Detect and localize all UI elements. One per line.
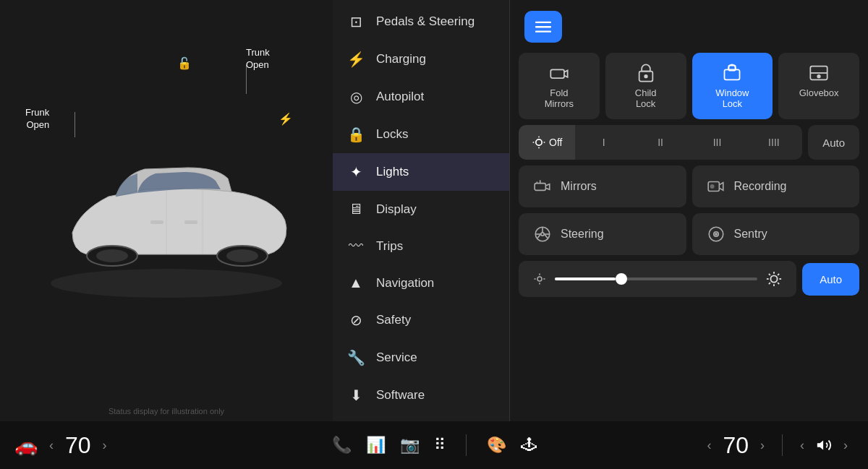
fan-speed3-label: III [713,137,722,148]
taskbar-center: 📞 📊 📷 ⠿ 🎨 🕹 [294,434,574,456]
fold-mirrors-label: Fold Mirrors [545,87,574,109]
taskbar-divider [466,434,467,456]
taskbar-right: ‹ 70 › ‹ › [574,432,854,459]
brightness-min-icon [533,272,546,285]
svg-line-60 [769,274,770,275]
speed-left-next-btn[interactable]: › [97,435,113,456]
fan-speed1-btn[interactable]: I [575,125,631,160]
trips-icon: 〰 [347,238,365,254]
sentry-label: Sentry [734,228,767,241]
brightness-track[interactable] [555,277,757,280]
sidebar-item-charging[interactable]: ⚡ Charging [333,40,509,78]
sidebar-label-charging: Charging [376,52,426,66]
sidebar-label-safety: Safety [376,313,411,327]
svg-point-50 [537,277,542,281]
fan-row: Off I II III IIII Auto [519,125,859,160]
svg-line-43 [537,235,540,238]
speed-right-prev-btn[interactable]: ‹ [701,435,717,456]
svg-rect-25 [725,69,740,79]
safety-icon: ⊘ [347,311,365,329]
fold-mirrors-btn[interactable]: Fold Mirrors [519,53,600,119]
svg-line-61 [778,283,779,284]
quick-controls-grid: Mirrors Recording Steering Sentry [519,165,859,255]
locks-icon: 🔒 [347,126,365,143]
lock-icon: 🔓 [177,56,192,70]
sidebar-item-locks[interactable]: 🔒 Locks [333,116,509,153]
window-row: Fold Mirrors Child Lock Window Lock Glov… [519,53,859,119]
sidebar-item-pedals[interactable]: ⊡ Pedals & Steering [333,3,509,40]
phone-icon[interactable]: 📞 [332,436,352,455]
speed-left-prev-btn[interactable]: ‹ [43,435,59,456]
speed-right-next-btn[interactable]: › [754,435,770,456]
speed-left-display: 70 [65,432,91,459]
sidebar-item-lights[interactable]: ✦ Lights [333,153,509,191]
volume-next-btn[interactable]: › [838,435,854,456]
trunk-label: Trunk Open [246,47,270,72]
svg-point-49 [715,233,716,235]
frunk-line [75,112,75,137]
svg-point-30 [536,139,542,145]
window-lock-label: Window Lock [715,87,749,109]
car-image: ⚡ [29,117,304,305]
media-icon[interactable]: 🎨 [487,436,506,455]
sidebar-item-navigation[interactable]: ▲ Navigation [333,264,509,301]
taskbar: 🚗 ‹ 70 › 📞 📊 📷 ⠿ 🎨 🕹 ‹ 70 › ‹ › [0,421,868,469]
navigation-icon: ▲ [347,275,365,291]
sidebar-item-trips[interactable]: 〰 Trips [333,228,509,264]
games-icon[interactable]: 🕹 [521,436,537,455]
energy-icon[interactable]: 📊 [366,436,386,455]
sidebar-item-software[interactable]: ⬇ Software [333,377,509,414]
svg-rect-21 [535,30,551,32]
glovebox-label: Glovebox [799,87,839,98]
brightness-max-icon [766,271,782,287]
svg-rect-35 [535,184,545,191]
mirrors-btn[interactable]: Mirrors [519,165,686,207]
child-lock-btn[interactable]: Child Lock [605,53,686,119]
software-icon: ⬇ [347,387,365,404]
recording-btn[interactable]: Recording [692,165,860,207]
sidebar-label-service: Service [376,350,417,365]
pedals-icon: ⊡ [347,13,365,30]
charging-indicator: ⚡ [278,112,293,126]
svg-line-63 [778,274,779,275]
sidebar-item-display[interactable]: 🖥 Display [333,191,509,228]
auto-brightness-label: Auto [820,273,842,285]
fan-speed2-label: II [658,137,663,148]
lights-menu-btn[interactable] [524,11,562,43]
car-area: ⚡ Frunk Open Trunk Open 🔓 ⚡ Status displ… [0,0,333,421]
sidebar-label-navigation: Navigation [376,276,434,291]
sidebar-item-autopilot[interactable]: ◎ Autopilot [333,78,509,116]
svg-line-62 [769,283,770,284]
volume-prev-btn[interactable]: ‹ [794,435,810,456]
sidebar-item-safety[interactable]: ⊘ Safety [333,301,509,339]
fan-speed2-btn[interactable]: II [632,125,689,160]
sidebar-item-service[interactable]: 🔧 Service [333,339,509,377]
apps-icon[interactable]: ⠿ [434,436,446,455]
fan-speed3-btn[interactable]: III [689,125,745,160]
display-icon: 🖥 [347,201,365,218]
steering-btn[interactable]: Steering [519,213,686,255]
mirrors-label: Mirrors [561,180,597,193]
fan-segment: Off I II III IIII [519,125,802,160]
taskbar-left: 🚗 ‹ 70 › [14,432,294,459]
svg-rect-19 [535,21,551,22]
sidebar-item-upgrades[interactable]: 🛍 Upgrades [333,414,509,421]
auto-brightness-btn[interactable]: Auto [802,263,859,296]
camera-icon[interactable]: 📷 [400,436,420,455]
autopilot-icon: ◎ [347,88,365,106]
svg-point-24 [644,75,647,78]
lights-icon: ✦ [347,163,365,181]
fan-auto-btn[interactable]: Auto [808,125,859,160]
fan-speed4-btn[interactable]: IIII [746,125,802,160]
sidebar-label-locks: Locks [376,127,408,142]
svg-rect-22 [550,69,564,78]
car-tab-icon[interactable]: 🚗 [14,434,38,457]
fan-off-btn[interactable]: Off [519,125,575,160]
sidebar-label-pedals: Pedals & Steering [376,14,475,29]
window-lock-btn[interactable]: Window Lock [692,53,773,119]
brightness-row: Auto [519,261,859,297]
svg-rect-7 [150,220,163,224]
speed-right-display: 70 [723,432,749,459]
sentry-btn[interactable]: Sentry [692,213,860,255]
glovebox-btn[interactable]: Glovebox [778,53,859,119]
